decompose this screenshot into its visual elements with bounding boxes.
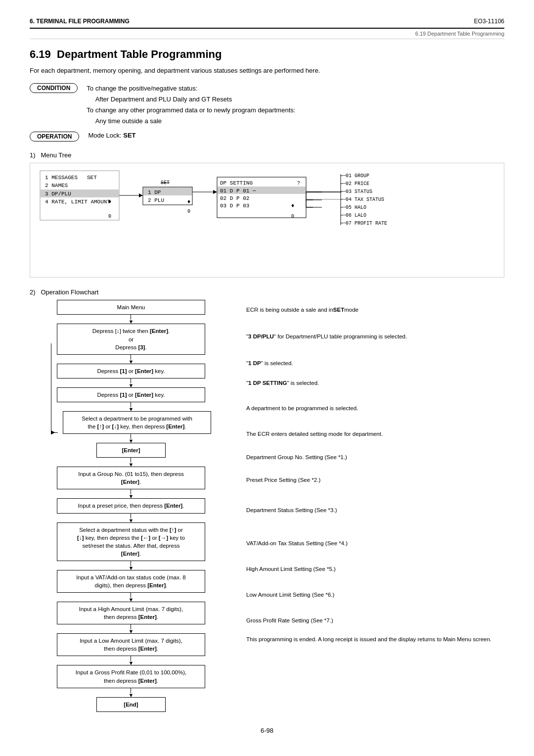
svg-text:♦: ♦ — [108, 198, 111, 205]
desc-end: This programming is ended. A long receip… — [246, 633, 504, 653]
header-right: EO3-11106 — [474, 18, 504, 25]
svg-text:─06 LALO: ─06 LALO — [342, 213, 366, 218]
flow-box-select-dept: Select a department to be programmed wit… — [63, 411, 211, 434]
top-header: 6. TERMINAL FILE PROGRAMMING EO3-11106 — [30, 18, 504, 29]
menu-tree-section: 1) Menu Tree 1 MESSAGES SET 2 NAMES 3 DP… — [30, 151, 504, 278]
svg-text:0: 0 — [291, 214, 294, 219]
operation-block: OPERATION Mode Lock: SET — [30, 132, 504, 142]
flow-arrow-13: ▼ — [129, 688, 134, 697]
flow-box-low-amount: Input a Low Amount Limit (max. 7 digits)… — [57, 633, 205, 656]
sub-header: 6.19 Department Table Programming — [30, 31, 504, 39]
svg-text:─07 PROFIT RATE: ─07 PROFIT RATE — [342, 221, 387, 226]
svg-text:02 D P 02: 02 D P 02 — [220, 195, 249, 201]
desc-1dp: "1 DP" is selected. — [246, 353, 504, 373]
svg-text:DP SETTING: DP SETTING — [220, 180, 253, 186]
page-number: 6-98 — [30, 727, 504, 734]
svg-text:2 PLU: 2 PLU — [148, 197, 164, 203]
svg-text:─03 STATUS: ─03 STATUS — [342, 189, 372, 194]
svg-text:2 NAMES: 2 NAMES — [45, 183, 68, 189]
desc-main-menu: ECR is being outside a sale and in SET m… — [246, 300, 504, 320]
desc-group-no: Department Group No. Setting (See *1.) — [246, 444, 504, 470]
svg-text:─04 TAX STATUS: ─04 TAX STATUS — [342, 197, 384, 202]
operation-badge: OPERATION — [30, 132, 79, 142]
loop-arrow-head: ▶ — [51, 429, 55, 435]
svg-marker-10 — [139, 193, 143, 197]
svg-text:01 D P 01 ─: 01 D P 01 ─ — [220, 188, 256, 194]
loop-line-vert — [51, 343, 51, 432]
menu-tree-title: 1) Menu Tree — [30, 151, 504, 159]
svg-text:0: 0 — [187, 209, 190, 214]
svg-text:─02 PRICE: ─02 PRICE — [342, 181, 369, 187]
svg-text:03 D P 03: 03 D P 03 — [220, 203, 249, 209]
flow-arrow-7: ▼ — [129, 489, 134, 498]
desc-low-amount: Low Amount Limit Setting (See *6.) — [246, 582, 504, 608]
flow-arrow-1: ▼ — [129, 315, 134, 324]
svg-text:SET: SET — [161, 180, 170, 186]
flow-arrow-6: ▼ — [129, 458, 134, 467]
page: 6. TERMINAL FILE PROGRAMMING EO3-11106 6… — [0, 0, 534, 756]
flow-box-depress-1-dpsetting: Depress [1] or [Enter] key. — [57, 387, 205, 402]
desc-high-amount: High Amount Limit Setting (See *5.) — [246, 556, 504, 582]
flowchart-container: Main Menu ▼ Depress [↓] twice then [Ente… — [30, 300, 504, 711]
flow-box-depress-1-dp: Depress [1] or [Enter] key. — [57, 364, 205, 378]
flow-box-select-status: Select a department status with the [↑] … — [57, 522, 205, 561]
desc-gpr: Gross Profit Rate Setting (See *7.) — [246, 608, 504, 633]
desc-select-dept: A department to be programmed is selecte… — [246, 393, 504, 424]
svg-marker-19 — [213, 190, 217, 194]
flow-arrow-8: ▼ — [129, 514, 134, 522]
condition-block: CONDITION To change the positive/negativ… — [30, 83, 504, 127]
flow-box-high-amount: Input a High Amount Limit (max. 7 digits… — [57, 602, 205, 624]
flow-arrow-4: ▼ — [129, 402, 134, 411]
svg-text:SET: SET — [87, 175, 97, 181]
svg-text:1 DP: 1 DP — [148, 189, 161, 195]
svg-text:?: ? — [297, 181, 300, 186]
flow-arrow-12: ▼ — [129, 656, 134, 665]
svg-text:4 RATE, LIMIT AMOUNT: 4 RATE, LIMIT AMOUNT — [45, 199, 110, 205]
flow-arrow-10: ▼ — [129, 593, 134, 602]
desc-1dpsetting: "1 DP SETTING" is selected. — [246, 373, 504, 393]
flow-loop-row: ▶ Select a department to be programmed w… — [47, 411, 215, 434]
desc-enter: The ECR enters detailed setting mode for… — [246, 424, 504, 444]
flow-arrow-5: ▼ — [129, 434, 134, 443]
desc-vat: VAT/Add-on Tax Status Setting (See *4.) — [246, 530, 504, 556]
condition-text: To change the positive/negative status: … — [87, 83, 295, 127]
flowchart-title: 2) Operation Flowchart — [30, 288, 504, 296]
svg-text:♦: ♦ — [187, 198, 190, 205]
flowchart-right: ECR is being outside a sale and in SET m… — [232, 300, 504, 653]
menu-tree-diagram: 1 MESSAGES SET 2 NAMES 3 DP/PLU 4 RATE, … — [30, 163, 504, 278]
svg-text:─01 GROUP: ─01 GROUP — [342, 173, 369, 179]
desc-depress-twice: "3 DP/PLU" for Department/PLU table prog… — [246, 320, 504, 353]
flow-box-end: [End] — [96, 697, 166, 712]
flow-arrow-3: ▼ — [129, 378, 134, 387]
flow-box-gpr: Input a Gross Profit Rate (0,01 to 100,0… — [57, 665, 205, 688]
flow-box-vat: Input a VAT/Add-on tax status code (max.… — [57, 570, 205, 593]
condition-badge: CONDITION — [30, 83, 78, 93]
flow-arrow-9: ▼ — [129, 561, 134, 570]
flowchart-left: Main Menu ▼ Depress [↓] twice then [Ente… — [30, 300, 232, 711]
section-desc: For each department, memory opening, and… — [30, 67, 504, 74]
svg-text:0: 0 — [108, 214, 111, 219]
svg-text:♦: ♦ — [291, 202, 294, 209]
flow-box-enter: [Enter] — [96, 443, 166, 458]
flow-box-main-menu: Main Menu — [57, 300, 205, 315]
flowchart-section: 2) Operation Flowchart Main Menu ▼ Depre… — [30, 288, 504, 711]
flow-arrow-2: ▼ — [129, 355, 134, 364]
svg-text:1 MESSAGES: 1 MESSAGES — [45, 175, 78, 181]
header-left: 6. TERMINAL FILE PROGRAMMING — [30, 18, 130, 25]
section-title: 6.19 Department Table Programming — [30, 48, 504, 61]
flow-box-preset-price: Input a preset price, then depress [Ente… — [57, 498, 205, 513]
flow-box-group-no: Input a Group No. (01 to15), then depres… — [57, 467, 205, 489]
operation-text: Mode Lock: SET — [88, 132, 135, 139]
desc-preset-price: Preset Price Setting (See *2.) — [246, 470, 504, 490]
flow-arrow-11: ▼ — [129, 624, 134, 633]
menu-tree-svg: 1 MESSAGES SET 2 NAMES 3 DP/PLU 4 RATE, … — [35, 168, 500, 272]
flow-box-depress-twice: Depress [↓] twice then [Enter].orDepress… — [57, 324, 205, 354]
svg-text:3 DP/PLU: 3 DP/PLU — [45, 191, 71, 197]
svg-text:─05 HALO: ─05 HALO — [342, 205, 366, 210]
desc-select-status: Department Status Setting (See *3.) — [246, 490, 504, 530]
